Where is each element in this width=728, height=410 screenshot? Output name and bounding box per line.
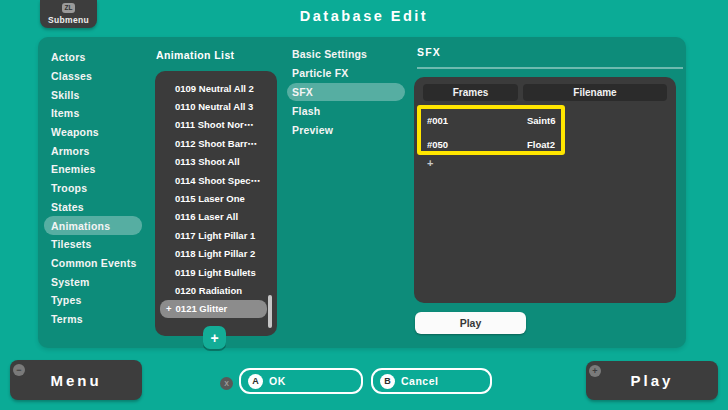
x-button-icon[interactable]: X	[220, 377, 233, 390]
sidebar-item-skills[interactable]: Skills	[44, 85, 142, 104]
tab-flash[interactable]: Flash	[287, 101, 405, 120]
animation-list-item[interactable]: 0113 Shoot All	[155, 153, 277, 171]
filename-column-header[interactable]: Filename	[523, 84, 667, 101]
sidebar-item-armors[interactable]: Armors	[44, 141, 142, 160]
sidebar-item-tilesets[interactable]: Tilesets	[44, 235, 142, 254]
tab-basic-settings[interactable]: Basic Settings	[287, 45, 405, 64]
category-sidebar: Actors Classes Skills Items Weapons Armo…	[44, 48, 142, 328]
sidebar-item-types[interactable]: Types	[44, 291, 142, 310]
sfx-table-panel: Frames Filename #001 Saint6 #050 Float2 …	[414, 77, 676, 303]
sidebar-item-common-events[interactable]: Common Events	[44, 254, 142, 273]
sfx-separator	[417, 67, 683, 69]
animation-list-item[interactable]: 0119 Light Bullets	[155, 263, 277, 281]
sfx-play-button[interactable]: Play	[415, 312, 526, 334]
add-sfx-row-button[interactable]: +	[427, 157, 433, 169]
frames-column-header[interactable]: Frames	[423, 84, 518, 101]
b-button-icon: B	[380, 374, 395, 389]
play-label: Play	[631, 372, 674, 389]
sidebar-item-items[interactable]: Items	[44, 104, 142, 123]
sidebar-item-troops[interactable]: Troops	[44, 179, 142, 198]
animation-list-item[interactable]: 0117 Light Pillar 1	[155, 226, 277, 244]
sidebar-item-states[interactable]: States	[44, 198, 142, 217]
cancel-button[interactable]: B Cancel	[371, 368, 492, 394]
sidebar-item-animations[interactable]: Animations	[44, 216, 142, 235]
animation-list-item[interactable]: 0111 Shoot Nor⋯	[155, 116, 277, 134]
ok-button[interactable]: A OK	[239, 368, 363, 394]
animation-list-item[interactable]: 0110 Neutral All 3	[155, 97, 277, 115]
filename-cell: Float2	[527, 139, 555, 150]
ok-label: OK	[269, 375, 286, 387]
animation-list-item[interactable]: 0115 Laser One	[155, 189, 277, 207]
database-edit-screen: ZL Submenu Database Edit Actors Classes …	[0, 0, 728, 410]
a-button-icon: A	[248, 374, 263, 389]
sidebar-item-classes[interactable]: Classes	[44, 67, 142, 86]
cancel-label: Cancel	[401, 375, 438, 387]
menu-button[interactable]: − Menu	[10, 360, 142, 400]
page-title: Database Edit	[0, 8, 728, 24]
menu-label: Menu	[50, 372, 101, 389]
minus-button-icon: −	[13, 364, 25, 376]
animation-list-item[interactable]: 0120 Radiation	[155, 281, 277, 299]
play-button[interactable]: + Play	[586, 361, 718, 400]
animation-list-item[interactable]: 0109 Neutral All 2	[155, 79, 277, 97]
animation-list-title: Animation List	[156, 49, 235, 61]
add-icon: +	[427, 157, 433, 169]
animation-list-item[interactable]: 0112 Shoot Barr⋯	[155, 134, 277, 152]
selected-item-prefix-icon: +	[166, 303, 172, 314]
add-icon: +	[210, 330, 218, 346]
animation-list-item[interactable]: 0118 Light Pillar 2	[155, 245, 277, 263]
selected-item-label: 0121 Glitter	[176, 303, 228, 314]
animation-list-item[interactable]: 0116 Laser All	[155, 208, 277, 226]
tab-preview[interactable]: Preview	[287, 120, 405, 139]
scrollbar[interactable]	[268, 295, 272, 328]
sidebar-item-system[interactable]: System	[44, 272, 142, 291]
sidebar-item-terms[interactable]: Terms	[44, 310, 142, 329]
sidebar-item-weapons[interactable]: Weapons	[44, 123, 142, 142]
animation-list: 0109 Neutral All 2 0110 Neutral All 3 01…	[155, 79, 277, 318]
animation-list-panel: 0109 Neutral All 2 0110 Neutral All 3 01…	[155, 71, 277, 336]
animation-list-item-selected[interactable]: + 0121 Glitter	[160, 300, 267, 318]
sidebar-item-enemies[interactable]: Enemies	[44, 160, 142, 179]
frame-cell: #001	[427, 115, 448, 126]
animation-list-item[interactable]: 0114 Shoot Spec⋯	[155, 171, 277, 189]
sidebar-item-actors[interactable]: Actors	[44, 48, 142, 67]
filename-cell: Saint6	[527, 115, 556, 126]
settings-menu: Basic Settings Particle FX SFX Flash Pre…	[287, 45, 405, 139]
plus-button-icon: +	[589, 365, 601, 377]
sfx-table-row[interactable]: #050 Float2	[414, 132, 667, 156]
tab-sfx[interactable]: SFX	[287, 83, 405, 102]
tab-particle-fx[interactable]: Particle FX	[287, 64, 405, 83]
sfx-section-title: SFX	[417, 46, 441, 58]
frame-cell: #050	[427, 139, 448, 150]
sfx-table-row[interactable]: #001 Saint6	[414, 108, 667, 132]
add-animation-button[interactable]: +	[203, 326, 226, 349]
